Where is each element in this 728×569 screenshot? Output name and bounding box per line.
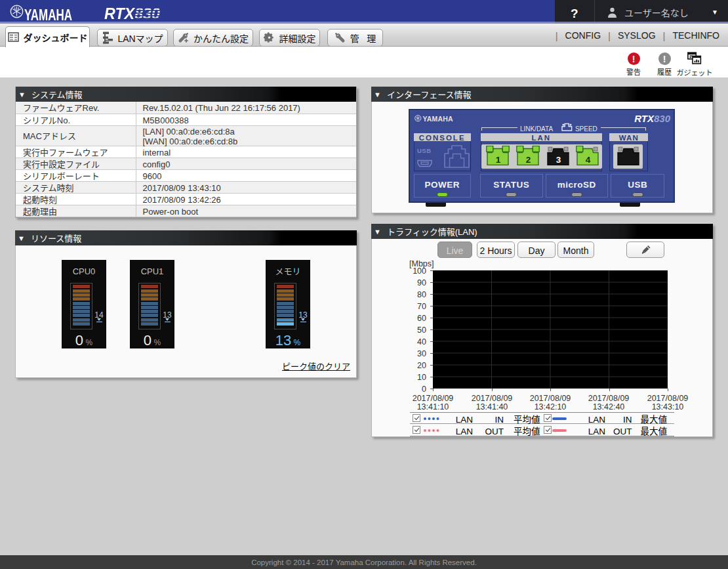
svg-text:1: 1 (496, 155, 501, 165)
svg-text:2: 2 (526, 155, 531, 165)
svg-text:3: 3 (556, 155, 561, 165)
svg-text:4: 4 (586, 155, 591, 165)
